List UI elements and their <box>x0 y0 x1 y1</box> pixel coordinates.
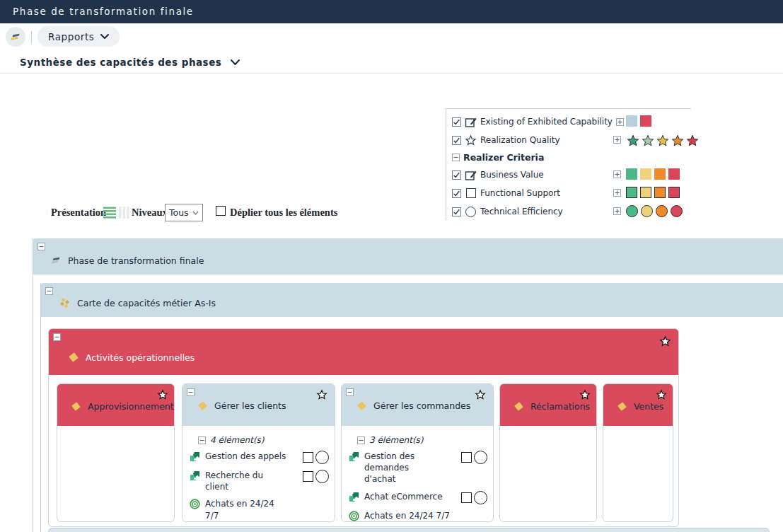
legend-group-label: Realizer Criteria <box>463 152 544 163</box>
expand-all-checkbox[interactable] <box>216 206 226 216</box>
list-item-label: Gestion des demandes d'achat <box>364 451 442 485</box>
legend-row-realization-quality: Realization Quality <box>452 131 691 149</box>
objective-icon <box>349 511 359 521</box>
diamond-icon <box>356 400 367 411</box>
capability-group: Activités opérationnelles Approvisionnem… <box>48 328 679 527</box>
phase-logo-icon <box>10 31 21 42</box>
diamond-icon <box>71 401 81 412</box>
capability-card-header[interactable]: Ventes <box>603 384 673 426</box>
favorite-star-icon[interactable] <box>656 389 667 400</box>
edit-square-icon <box>465 116 477 128</box>
color-swatch <box>626 115 637 127</box>
legend-row-functional-support: Functional Support <box>452 184 691 202</box>
favorite-star-icon[interactable] <box>157 389 168 400</box>
collapse-minus-icon[interactable] <box>452 154 460 161</box>
efficiency-circle-indicator[interactable] <box>315 451 329 464</box>
list-item[interactable]: Gestion des appels <box>190 451 330 464</box>
support-square-indicator[interactable] <box>303 452 313 463</box>
collapse-minus-icon[interactable] <box>53 333 61 341</box>
capability-card: Gérer les clients 4 élément(s) <box>182 383 335 522</box>
column-view-icon[interactable] <box>119 207 129 219</box>
list-item-label: Achats en 24/24 7/7 <box>364 510 450 521</box>
edit-square-icon <box>465 169 477 181</box>
reports-menu-button[interactable]: Rapports <box>37 26 120 47</box>
efficiency-circle-indicator[interactable] <box>474 491 487 504</box>
expand-plus-icon[interactable] <box>613 170 621 178</box>
list-item[interactable]: Recherche du client <box>190 470 330 492</box>
capability-card-header[interactable]: Gérer les clients <box>182 384 335 426</box>
capability-card: Approvisionnement <box>57 383 175 522</box>
collapse-minus-icon[interactable] <box>45 287 53 295</box>
list-item-label: Achat eCommerce <box>364 491 443 502</box>
report-title-dropdown[interactable]: Synthèse des capacités des phases <box>20 57 240 68</box>
application-icon <box>190 451 200 462</box>
checkbox-checked[interactable] <box>452 136 461 145</box>
capability-card-header[interactable]: Réclamations <box>500 384 596 426</box>
diamond-icon <box>617 401 627 412</box>
support-square-indicator[interactable] <box>461 452 472 463</box>
window-title-bar: Phase de transformation finale <box>0 0 783 23</box>
capability-card-header[interactable]: Approvisionnement <box>57 384 174 426</box>
color-swatch <box>640 115 651 127</box>
favorite-star-icon[interactable] <box>475 389 486 400</box>
collapse-minus-icon[interactable] <box>187 388 195 396</box>
favorite-star-icon[interactable] <box>659 335 671 347</box>
collapse-minus-icon[interactable] <box>198 436 206 444</box>
phase-icon <box>50 255 62 266</box>
capability-card-label: Réclamations <box>530 401 590 412</box>
expand-plus-icon[interactable] <box>613 189 621 197</box>
list-item[interactable]: Gestion des demandes d'achat <box>349 451 489 485</box>
phase-label: Phase de transformation finale <box>68 255 204 266</box>
legend-label: Existing of Exhibited Capability <box>480 117 613 127</box>
levels-select[interactable]: Tous <box>165 204 203 221</box>
list-item[interactable]: Achats en 24/24 7/7 <box>349 510 489 521</box>
app-logo[interactable] <box>6 27 25 47</box>
rating-star <box>685 134 700 148</box>
color-swatch <box>640 187 651 198</box>
favorite-star-icon[interactable] <box>579 389 591 400</box>
legend-label: Functional Support <box>480 188 560 198</box>
collapse-minus-icon[interactable] <box>346 388 354 396</box>
capability-card-body: 3 élément(s) Gestion des demandes d'acha… <box>342 426 493 521</box>
favorite-star-icon[interactable] <box>316 389 327 400</box>
view-controls: Présentation Niveaux Tous Déplier tous l… <box>0 201 783 225</box>
report-title-row: Synthèse des capacités des phases <box>0 50 783 74</box>
expand-all-label: Déplier tous les éléments <box>230 207 337 219</box>
phase-header[interactable]: Phase de transformation finale <box>33 238 783 274</box>
legend-row-business-value: Business Value <box>452 166 691 184</box>
list-item[interactable]: Achats en 24/24 7/7 <box>190 498 330 521</box>
expand-plus-icon[interactable] <box>613 136 621 144</box>
presentation-label: Présentation <box>51 207 106 219</box>
list-item[interactable]: Achat eCommerce <box>349 491 489 504</box>
collapse-minus-icon[interactable] <box>37 243 45 250</box>
expand-plus-icon[interactable] <box>616 118 624 126</box>
rating-star <box>671 134 685 148</box>
efficiency-circle-indicator[interactable] <box>474 451 487 464</box>
legend-label: Business Value <box>480 170 544 180</box>
capability-map-label: Carte de capacités métier As-Is <box>77 298 216 308</box>
support-square-indicator[interactable] <box>303 471 313 482</box>
list-item-label: Recherche du client <box>205 470 289 492</box>
capability-map-header[interactable]: Carte de capacités métier As-Is <box>41 283 783 317</box>
screen: Phase de transformation finale Rapports … <box>0 0 783 532</box>
checkbox-checked[interactable] <box>452 117 461 127</box>
capability-card-header[interactable]: Gérer les commandes <box>342 384 493 426</box>
next-capability-group-partial[interactable] <box>48 528 770 532</box>
efficiency-circle-indicator[interactable] <box>315 470 329 483</box>
collapse-minus-icon[interactable] <box>357 436 365 444</box>
support-square-indicator[interactable] <box>461 492 472 503</box>
capability-card-label: Approvisionnement <box>88 401 174 412</box>
toolbar-divider <box>31 31 32 44</box>
square-icon <box>465 187 477 200</box>
capability-group-label: Activités opérationnelles <box>86 352 195 363</box>
toolbar: Rapports <box>0 23 783 50</box>
color-swatch <box>654 187 666 198</box>
checkbox-checked[interactable] <box>452 189 461 198</box>
list-item-label: Achats en 24/24 7/7 <box>205 498 289 521</box>
element-count: 3 élément(s) <box>369 435 424 445</box>
checkbox-checked[interactable] <box>452 170 461 180</box>
capability-group-header[interactable]: Activités opérationnelles <box>49 329 678 375</box>
list-view-icon[interactable] <box>103 207 116 219</box>
legend-group-realizer-criteria: Realizer Criteria <box>452 149 691 166</box>
application-icon <box>349 451 359 462</box>
